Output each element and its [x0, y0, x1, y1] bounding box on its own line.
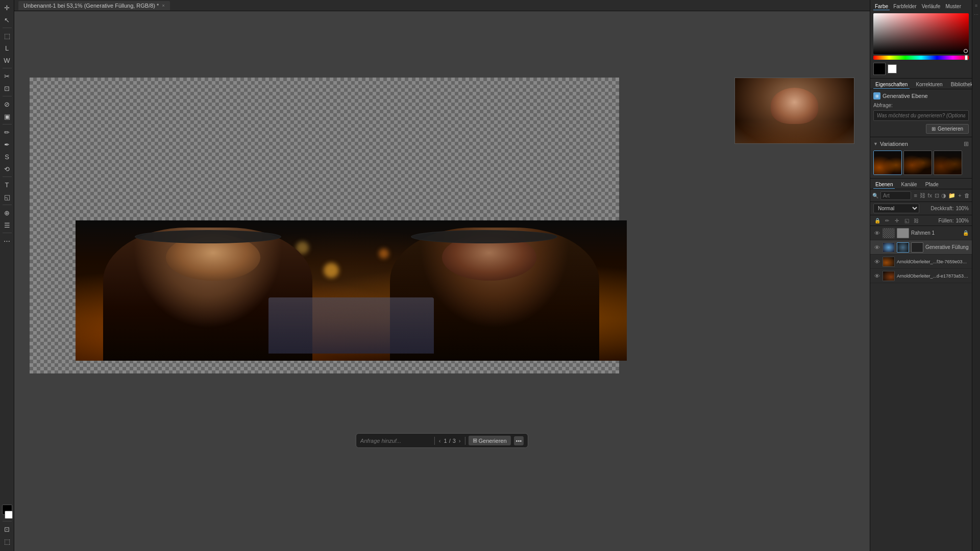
color-hue-bar[interactable] [873, 56, 969, 60]
color-tab-muster[interactable]: Muster [944, 3, 963, 10]
nav-prev-btn[interactable]: ‹ [438, 438, 442, 444]
variation-thumb-2[interactable] [903, 151, 932, 175]
fuellen-value[interactable]: 100% [955, 218, 969, 223]
layer-item-genfuellung[interactable]: 👁 Generative Füllung [870, 240, 972, 255]
lock-artboards-btn[interactable]: ◱ [902, 216, 911, 224]
gen-layer-section: ⊞ Generative Ebene Abfrage: ⊞ Generieren [870, 89, 972, 137]
tool-more[interactable]: ⋯ [2, 235, 13, 246]
color-tab-farbfelder[interactable]: Farbfelder [892, 3, 918, 10]
tool-zoom[interactable]: ☰ [2, 219, 13, 231]
ebenen-section: Ebenen Kanäle Pfade 🔍 ≡ ⛓ fx ⊡ ◑ 📁 + 🗑 N… [870, 179, 972, 551]
props-tab-eigenschaften[interactable]: Eigenschaften [873, 81, 910, 89]
layer-link-btn[interactable]: ⛓ [920, 191, 925, 200]
nav-next-btn[interactable]: › [458, 438, 462, 444]
tool-brush[interactable]: ✏ [2, 127, 13, 138]
props-tab-korrekturen[interactable]: Korrekturen [914, 81, 944, 89]
variation-grid [873, 151, 969, 175]
layer-fx-btn[interactable]: fx [927, 191, 932, 200]
layer-list: 👁 Rahmen 1 🔒 👁 Gener [870, 226, 972, 551]
properties-generieren-btn[interactable]: ⊞ Generieren [926, 124, 969, 134]
tool-text[interactable]: T [2, 179, 13, 190]
ebenen-tab-kanaele[interactable]: Kanäle [899, 181, 919, 189]
lock-transparent-btn[interactable]: 🔒 [873, 216, 881, 224]
side-icon-1[interactable]: ≡ [973, 2, 980, 9]
tool-mask[interactable]: ⊡ [2, 523, 13, 535]
gen-more-btn[interactable]: ••• [514, 436, 524, 445]
gen-prompt-input[interactable] [360, 438, 431, 444]
layer-thumb-arnold1 [883, 257, 895, 267]
background-color-swatch[interactable] [5, 511, 13, 519]
layer-folder-btn[interactable]: 📁 [948, 191, 955, 200]
tool-heal[interactable]: ⟲ [2, 163, 13, 174]
vthumb-inner-1 [874, 151, 901, 174]
ebenen-toolbar: 🔍 ≡ ⛓ fx ⊡ ◑ 📁 + 🗑 [870, 189, 972, 202]
tool-magic-wand[interactable]: W [2, 55, 13, 66]
lock-all-btn[interactable]: ⛓ [912, 216, 920, 224]
right-panel: Farbe Farbfelder Verläufe Muster Eigensc… [870, 0, 972, 551]
color-panel-tabs: Farbe Farbfelder Verläufe Muster [873, 3, 969, 10]
lock-position-btn[interactable]: ✛ [893, 216, 901, 224]
variation-thumb-1[interactable] [873, 151, 902, 175]
layer-new-btn[interactable]: + [958, 191, 962, 200]
layer-vis-genfuellung[interactable]: 👁 [873, 244, 880, 251]
layer-filter-btn[interactable]: ≡ [913, 191, 918, 200]
layer-mask-btn[interactable]: ⊡ [935, 191, 939, 200]
ebenen-search-input[interactable] [880, 191, 911, 200]
lock-image-btn[interactable]: ✏ [883, 216, 891, 224]
tool-eyedropper[interactable]: ⊘ [2, 98, 13, 110]
opacity-row: Deckkraft: 100% [930, 206, 969, 211]
tool-lasso[interactable]: L [2, 42, 13, 54]
layer-vis-arnold1[interactable]: 👁 [873, 258, 880, 265]
tool-marquee[interactable]: ⬚ [2, 30, 13, 41]
tool-pen[interactable]: ✒ [2, 139, 13, 150]
color-tab-farbe[interactable]: Farbe [873, 3, 890, 10]
canvas-area[interactable]: ‹ 1 / 3 › ⊞ Generieren ••• [14, 11, 870, 551]
document-tab[interactable]: Unbenannt-1 bei 53,1% (Generative Füllun… [18, 1, 170, 10]
abfrage-label: Abfrage: [873, 103, 969, 108]
layer-lock-rahmen1: 🔒 [963, 230, 969, 236]
fuellen-label: Füllen: [938, 218, 953, 223]
hue-thumb [965, 55, 968, 60]
color-tab-verlaeufe[interactable]: Verläufe [920, 3, 942, 10]
nav-separator: / [449, 438, 451, 444]
tool-move[interactable]: ✛ [2, 2, 13, 13]
layer-vis-arnold2[interactable]: 👁 [873, 272, 880, 280]
bokeh-1 [324, 263, 339, 278]
tool-artboard[interactable]: ↖ [2, 14, 13, 26]
opacity-value[interactable]: 100% [955, 206, 969, 211]
layer-vis-rahmen1[interactable]: 👁 [873, 230, 880, 237]
color-swatches [873, 63, 969, 75]
layer-item-rahmen1[interactable]: 👁 Rahmen 1 🔒 [870, 226, 972, 240]
layer-item-arnold1[interactable]: 👁 ArnoldOberleiter_...f3e-7659e030679 [870, 255, 972, 269]
tab-close-btn[interactable]: × [162, 3, 164, 8]
more-icon: ••• [516, 438, 522, 444]
color-spectrum[interactable] [873, 13, 969, 54]
gen-layer-header: ⊞ Generative Ebene [873, 92, 969, 99]
bg-color-swatch[interactable] [888, 64, 897, 73]
properties-tabs: Eigenschaften Korrekturen Bibliotheken [870, 79, 972, 89]
side-icon-2[interactable]: ⋯ [973, 11, 980, 18]
tool-crop[interactable]: ✂ [2, 70, 13, 82]
tool-hand[interactable]: ⊕ [2, 207, 13, 218]
layer-delete-btn[interactable]: 🗑 [964, 191, 970, 200]
tool-shape[interactable]: ◱ [2, 191, 13, 203]
scene-background [76, 220, 627, 361]
tool-stamp[interactable]: S [2, 151, 13, 162]
tool-slice[interactable]: ⊡ [2, 83, 13, 94]
layer-thumb-genfuellung [883, 242, 895, 253]
variation-thumb-3[interactable] [934, 151, 962, 175]
abfrage-input[interactable] [873, 110, 969, 121]
tool-3d[interactable]: ▣ [2, 111, 13, 122]
fg-color-swatch[interactable] [873, 63, 886, 75]
tool-screenmodes[interactable]: ⬚ [2, 536, 13, 547]
gen-generieren-btn[interactable]: ⊞ Generieren [469, 436, 511, 445]
tool-separator-3 [3, 96, 12, 96]
blend-mode-select[interactable]: Normal [873, 204, 919, 213]
layer-name-arnold2: ArnoldOberleiter_...d-e17873a531ac [897, 273, 969, 279]
layer-item-arnold2[interactable]: 👁 ArnoldOberleiter_...d-e17873a531ac [870, 269, 972, 283]
layer-adjust-btn[interactable]: ◑ [941, 191, 946, 200]
variationen-grid-icon[interactable]: ⊞ [964, 140, 969, 147]
ebenen-tab-pfade[interactable]: Pfade [923, 181, 941, 189]
tool-separator-4 [3, 124, 12, 124]
ebenen-tab-ebenen[interactable]: Ebenen [873, 181, 895, 189]
